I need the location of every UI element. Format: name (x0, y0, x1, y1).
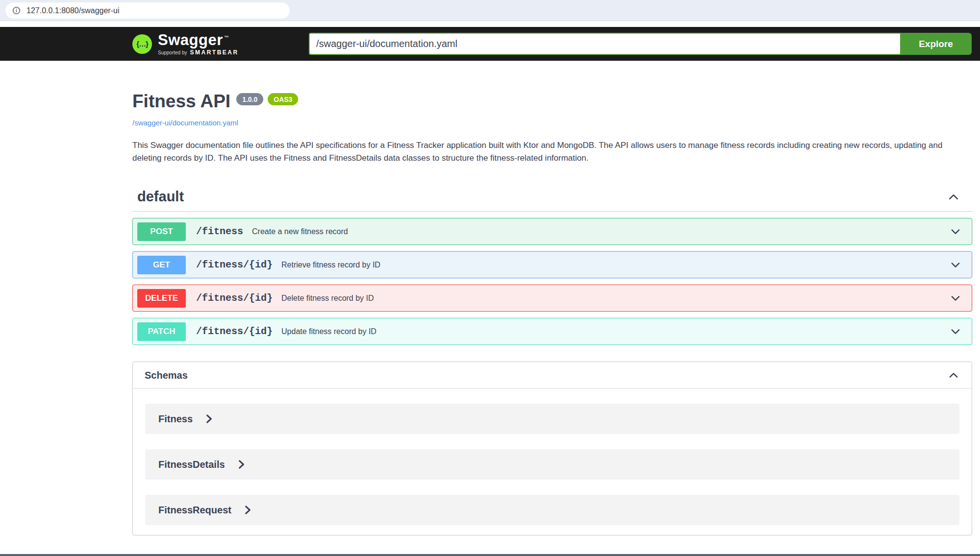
model-row-fitnessrequest[interactable]: FitnessRequest (145, 495, 959, 525)
swagger-logo-icon: {…} (132, 34, 152, 54)
api-title: Fitness API 1.0.0 OAS3 (132, 91, 972, 112)
spec-link[interactable]: /swagger-ui/documentation.yaml (132, 119, 238, 127)
chevron-right-icon (238, 460, 245, 469)
expand-operation-icon[interactable] (949, 259, 962, 271)
op-summary: Update fitness record by ID (281, 327, 377, 336)
browser-address-bar: 127.0.0.1:8080/swagger-ui (0, 0, 980, 21)
schemas-title: Schemas (145, 370, 188, 381)
collapse-schemas-icon[interactable] (947, 369, 960, 381)
tag-header-default[interactable]: default (132, 189, 972, 212)
method-badge-patch: PATCH (137, 322, 186, 341)
op-summary: Retrieve fitness record by ID (281, 261, 380, 269)
op-path: /fitness/{id} (196, 259, 273, 270)
address-pill[interactable]: 127.0.0.1:8080/swagger-ui (5, 2, 290, 19)
swagger-topbar: {…} Swagger™ Supported by SMARTBEAR Expl… (0, 27, 980, 61)
chevron-right-icon (206, 414, 212, 423)
schemas-section: Schemas Fitness FitnessDetails (132, 362, 972, 535)
expand-operation-icon[interactable] (949, 226, 962, 238)
op-path: /fitness/{id} (196, 326, 273, 337)
tag-title: default (137, 189, 184, 205)
window-bottom-edge (0, 554, 980, 556)
opblock-post-fitness[interactable]: POST /fitness Create a new fitness recor… (132, 218, 972, 245)
method-badge-get: GET (137, 256, 186, 274)
swagger-wordmark: Swagger™ (158, 32, 239, 48)
api-description: This Swagger documentation file outlines… (132, 139, 972, 164)
model-row-fitness[interactable]: Fitness (145, 404, 959, 434)
swagger-logo[interactable]: {…} Swagger™ Supported by SMARTBEAR (132, 27, 239, 61)
opblock-get-fitness-id[interactable]: GET /fitness/{id} Retrieve fitness recor… (132, 251, 972, 278)
spec-url-input[interactable] (309, 33, 900, 55)
opblock-patch-fitness-id[interactable]: PATCH /fitness/{id} Update fitness recor… (132, 318, 972, 345)
op-summary: Delete fitness record by ID (281, 294, 374, 303)
swagger-content: Fitness API 1.0.0 OAS3 /swagger-ui/docum… (132, 61, 972, 535)
address-url: 127.0.0.1:8080/swagger-ui (26, 6, 119, 15)
api-info: Fitness API 1.0.0 OAS3 /swagger-ui/docum… (132, 61, 972, 164)
oas3-badge: OAS3 (268, 93, 298, 105)
model-row-fitnessdetails[interactable]: FitnessDetails (145, 449, 959, 480)
opblock-delete-fitness-id[interactable]: DELETE /fitness/{id} Delete fitness reco… (132, 285, 972, 312)
method-badge-delete: DELETE (137, 289, 186, 308)
explore-button[interactable]: Explore (900, 33, 972, 55)
expand-operation-icon[interactable] (949, 326, 962, 338)
smartbear-tagline: Supported by SMARTBEAR (158, 49, 239, 56)
method-badge-post: POST (137, 222, 186, 241)
chevron-right-icon (245, 506, 251, 514)
model-name: FitnessDetails (158, 459, 225, 470)
model-name: FitnessRequest (158, 505, 231, 516)
info-icon[interactable] (12, 6, 21, 15)
expand-operation-icon[interactable] (949, 292, 962, 304)
op-summary: Create a new fitness record (252, 227, 348, 236)
op-path: /fitness/{id} (196, 292, 273, 304)
schemas-header[interactable]: Schemas (133, 362, 972, 388)
tag-section-default: default POST /fitness Create a new fitne… (132, 189, 972, 345)
op-path: /fitness (196, 226, 243, 237)
collapse-section-icon[interactable] (946, 191, 961, 203)
model-name: Fitness (158, 413, 193, 425)
version-badge: 1.0.0 (236, 93, 263, 105)
trademark-symbol: ™ (224, 35, 229, 40)
spec-url-bar: Explore (309, 33, 972, 55)
